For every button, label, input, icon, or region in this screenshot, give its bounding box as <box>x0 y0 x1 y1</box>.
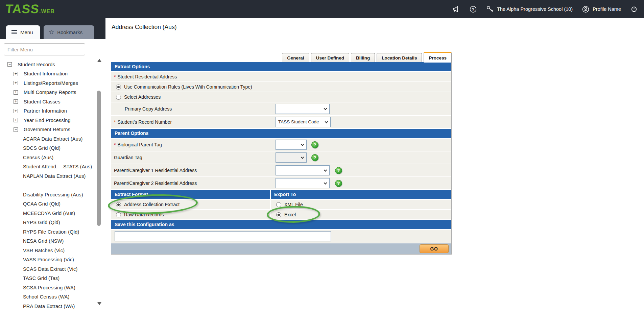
xml-file-radio[interactable] <box>276 202 281 207</box>
select-addresses-label: Select Addresses <box>124 94 161 100</box>
page-title: Address Collection (Aus) <box>112 24 177 31</box>
sidebar-item-vsr-batches[interactable]: VSR Batches (Vic) <box>0 246 95 255</box>
use-comm-rules-label: Use Communication Rules (Lives With Comm… <box>124 84 252 90</box>
bookmarks-tab[interactable]: ☆ Bookmarks <box>44 25 94 39</box>
select-addresses-radio[interactable] <box>116 95 121 100</box>
scroll-down-arrow[interactable] <box>97 302 101 305</box>
pc2-address-select[interactable] <box>276 178 330 188</box>
help-icon[interactable]: ? <box>311 154 318 161</box>
logout-button[interactable] <box>630 5 638 13</box>
scrollbar-thumb[interactable] <box>97 91 101 226</box>
sidebar-item-naplan-data-extract[interactable]: NAPLAN Data Extract (Aus) <box>0 171 95 181</box>
go-button[interactable]: GO <box>420 244 449 253</box>
sidebar-item-listings-reports-merges[interactable]: Listings/Reports/Merges <box>0 78 95 88</box>
sidebar-item-partner-information[interactable]: Partner Information <box>0 106 95 116</box>
sidebar-item-pra-data-extract[interactable]: PRA Data Extract (WA) <box>0 302 95 311</box>
guardian-tag-select[interactable] <box>276 152 307 163</box>
section-header-export-to: Export To <box>271 190 451 199</box>
menu-tab-label: Menu <box>20 29 33 35</box>
expand-icon[interactable] <box>14 81 18 85</box>
format-export-row-1: Address Collection Extract XML File <box>111 200 451 209</box>
sidebar-item-vass-processing[interactable]: VASS Processing (Vic) <box>0 255 95 265</box>
sidebar-item-student-attend-stats[interactable]: Student Attend. – STATS (Aus) <box>0 162 95 172</box>
use-comm-rules-radio[interactable] <box>116 85 121 90</box>
sidebar-item-acara-data-extract[interactable]: ACARA Data Extract (Aus) <box>0 134 95 144</box>
expand-icon[interactable] <box>14 90 18 95</box>
sidebar-item-ryps-grid[interactable]: RYPS Grid (Qld) <box>0 218 95 228</box>
sidebar-item-tasc-grid[interactable]: TASC Grid (Tas) <box>0 274 95 283</box>
help-icon[interactable]: ? <box>311 141 318 148</box>
xml-file-label: XML File <box>284 202 303 207</box>
collapse-icon[interactable] <box>7 62 12 67</box>
tab-user-defined[interactable]: User Defined <box>311 53 349 62</box>
sidebar-item-nesa-grid[interactable]: NESA Grid (NSW) <box>0 237 95 246</box>
sidebar-item-government-returns[interactable]: Government Returns <box>0 125 95 135</box>
help-icon[interactable]: ? <box>335 180 342 187</box>
sidebar-item-student-information[interactable]: Student Information <box>0 69 95 79</box>
help-button[interactable]: ? <box>469 5 477 13</box>
sidebar-item-student-records[interactable]: Student Records <box>0 60 95 69</box>
tab-billing[interactable]: Billing <box>351 53 375 62</box>
address-collection-extract-radio[interactable] <box>116 202 121 207</box>
expand-icon[interactable] <box>14 109 18 113</box>
expand-icon[interactable] <box>14 99 18 104</box>
radio-cell-excel: Excel <box>271 210 451 219</box>
sidebar-item-sdcs-grid[interactable]: SDCS Grid (Qld) <box>0 144 95 153</box>
tab-general[interactable]: General <box>282 53 309 62</box>
chevron-down-icon <box>325 120 328 123</box>
section-header-extract-format: Extract Format <box>111 190 270 199</box>
sidebar-item-census[interactable]: Census (Aus) <box>0 153 95 162</box>
address-collection-extract-label: Address Collection Extract <box>124 202 180 207</box>
sidebar: Student Records Student Information List… <box>0 39 105 311</box>
excel-radio[interactable] <box>276 212 281 217</box>
panel-footer: GO <box>111 243 451 254</box>
sidebar-item-ryps-file-creation[interactable]: RYPS File Creation (Qld) <box>0 227 95 237</box>
sidebar-item-multi-company-reports[interactable]: Multi Company Reports <box>0 88 95 97</box>
sidebar-item-address-collection[interactable]: Address Collection (Aus) <box>0 181 95 190</box>
required-asterisk: * <box>114 74 116 79</box>
help-icon[interactable]: ? <box>335 167 342 174</box>
sidebar-item-year-end-processing[interactable]: Year End Processing <box>0 116 95 125</box>
raw-data-records-label: Raw Data Records <box>124 212 164 217</box>
save-configuration-input[interactable] <box>115 231 331 241</box>
required-asterisk: * <box>114 119 116 125</box>
radio-cell-address-collection-extract: Address Collection Extract <box>111 200 270 209</box>
format-export-row-2: Raw Data Records Excel <box>111 210 451 219</box>
question-circle-icon: ? <box>469 5 477 13</box>
chevron-down-icon <box>301 143 304 146</box>
scroll-up-arrow[interactable] <box>97 59 101 62</box>
sidebar-item-scsa-processing[interactable]: SCSA Processing (WA) <box>0 283 95 292</box>
section-header-save-configuration: Save this Configuration as <box>111 220 451 229</box>
student-record-label: Student's Record Number <box>117 119 172 125</box>
extract-format-export-headers: Extract Format Export To <box>111 190 451 199</box>
primary-copy-select[interactable] <box>276 104 330 114</box>
sidebar-item-school-census[interactable]: School Census (WA) <box>0 292 95 302</box>
tab-process[interactable]: Process <box>424 52 452 63</box>
save-configuration-row <box>111 230 451 243</box>
pc1-address-select[interactable] <box>276 165 330 175</box>
guardian-tag-label: Guardian Tag <box>114 155 142 160</box>
announcements-button[interactable] <box>452 5 460 13</box>
raw-data-records-radio[interactable] <box>116 212 121 217</box>
collapse-icon[interactable] <box>14 127 18 132</box>
sidebar-item-disability-processing[interactable]: Disability Processing (Aus) <box>0 190 95 199</box>
sidebar-item-mceecdya-grid[interactable]: MCEECDYA Grid (Aus) <box>0 209 95 218</box>
expand-icon[interactable] <box>14 118 18 122</box>
tass-web-logo[interactable]: TASS.WEB <box>5 2 55 16</box>
school-switcher[interactable]: The Alpha Progressive School (10) <box>486 5 573 13</box>
profile-menu[interactable]: Profile Name <box>582 5 621 13</box>
excel-label: Excel <box>284 212 296 217</box>
key-icon <box>486 5 494 13</box>
pc2-address-label: Parent/Caregiver 2 Residential Address <box>114 181 197 186</box>
topbar-actions: ? The Alpha Progressive School (10) Prof… <box>452 0 644 18</box>
profile-name: Profile Name <box>593 6 621 12</box>
sidebar-item-student-classes[interactable]: Student Classes <box>0 97 95 106</box>
biological-parent-select[interactable] <box>276 140 307 150</box>
sidebar-item-scas-data-extract[interactable]: SCAS Data Extract (Vic) <box>0 264 95 274</box>
tab-location-details[interactable]: Location Details <box>377 53 422 62</box>
menu-tab[interactable]: Menu <box>6 25 40 39</box>
student-record-select[interactable]: TASS Student Code <box>276 117 331 127</box>
filter-menu-input[interactable] <box>4 43 85 55</box>
expand-icon[interactable] <box>14 72 18 76</box>
sidebar-item-qcaa-grid[interactable]: QCAA Grid (Qld) <box>0 199 95 209</box>
